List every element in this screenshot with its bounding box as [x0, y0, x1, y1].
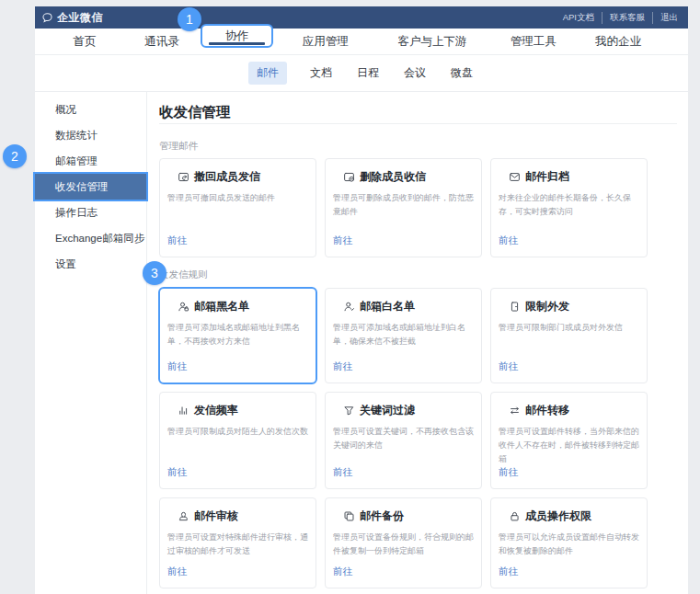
section-label-rules: 收发信规则 — [159, 268, 681, 281]
mail-sidebar: 概况 数据统计 邮箱管理 收发信管理 操作日志 Exchange邮箱同步 设置 — [35, 92, 147, 594]
card-desc: 管理员可添加域名或邮箱地址到黑名单，不再接收对方来信 — [167, 321, 313, 348]
sidebar-item-send-receive-mgmt[interactable]: 收发信管理 — [35, 174, 146, 200]
active-tab-underline — [209, 42, 265, 45]
goto-link[interactable]: 前往 — [167, 466, 313, 479]
card-desc: 管理员可删除成员收到的邮件，防范恶意邮件 — [333, 191, 478, 219]
subtab-calendar[interactable]: 日程 — [355, 62, 381, 85]
mail-transfer-icon — [509, 405, 521, 417]
card-desc: 管理员可以允许成员设置邮件自动转发和恢复被删除的邮件 — [499, 531, 644, 558]
chat-bubble-icon — [41, 12, 53, 24]
wecom-logo: 企业微信 — [41, 10, 103, 26]
card-title: 邮箱白名单 — [360, 299, 415, 314]
annotation-step-3-badge: 3 — [143, 261, 166, 285]
logout-link[interactable]: 退出 — [652, 12, 680, 24]
nav-item-collaboration[interactable]: 协作 — [201, 24, 273, 48]
card-desc: 管理员可撤回成员发送的邮件 — [167, 191, 313, 205]
page-title: 收发信管理 — [159, 103, 681, 121]
card-title: 成员操作权限 — [525, 508, 591, 524]
goto-link[interactable]: 前往 — [167, 360, 313, 373]
contact-support-link[interactable]: 联系客服 — [602, 12, 652, 24]
nav-item-customers[interactable]: 客户与上下游 — [398, 29, 467, 55]
card-title: 邮件归档 — [525, 169, 569, 185]
api-docs-link[interactable]: API文档 — [556, 12, 602, 24]
manage-mail-cards: 撤回成员发信 管理员可撤回成员发送的邮件 前往 删除成员收信 管理员可删除成员收… — [159, 158, 681, 257]
subtab-meeting[interactable]: 会议 — [402, 62, 428, 85]
logo-text: 企业微信 — [57, 10, 103, 26]
card-mail-transfer[interactable]: 邮件转移 管理员可设置邮件转移，当外部来信的收件人不存在时，邮件被转移到特定邮箱… — [490, 392, 648, 489]
nav-item-home[interactable]: 首页 — [74, 29, 97, 55]
card-recall-member-mail[interactable]: 撤回成员发信 管理员可撤回成员发送的邮件 前往 — [159, 158, 316, 257]
goto-link[interactable]: 前往 — [499, 234, 644, 247]
card-title: 限制外发 — [525, 299, 569, 314]
goto-link[interactable]: 前往 — [333, 360, 478, 373]
goto-link[interactable]: 前往 — [167, 234, 313, 247]
goto-link[interactable]: 前往 — [167, 565, 313, 578]
section-label-manage-mail: 管理邮件 — [159, 139, 681, 153]
card-desc: 管理员可设置关键词，不再接收包含该关键词的来信 — [333, 425, 478, 452]
card-mail-review[interactable]: 邮件审核 管理员可设置对特殊邮件进行审核，通过审核的邮件才可发送 前往 — [159, 497, 316, 588]
sidebar-item-overview[interactable]: 概况 — [35, 97, 146, 122]
goto-link[interactable]: 前往 — [333, 234, 478, 247]
goto-link[interactable]: 前往 — [333, 565, 478, 578]
restrict-outgoing-icon — [509, 301, 521, 313]
card-title: 发信频率 — [194, 403, 238, 418]
top-bar: 企业微信 API文档 联系客服 退出 — [35, 6, 688, 29]
card-title: 邮件审核 — [194, 508, 238, 524]
title-divider — [159, 123, 677, 124]
mail-archive-icon — [509, 171, 521, 183]
sidebar-item-statistics[interactable]: 数据统计 — [35, 122, 146, 148]
sidebar-item-operation-log[interactable]: 操作日志 — [35, 200, 146, 225]
card-title: 邮箱黑名单 — [194, 299, 249, 314]
card-mail-blacklist[interactable]: 邮箱黑名单 管理员可添加域名或邮箱地址到黑名单，不再接收对方来信 前往 — [158, 287, 317, 384]
main-content: 收发信管理 管理邮件 撤回成员发信 管理员可撤回成员发送的邮件 前往 删除成员收… — [147, 92, 688, 594]
card-desc: 管理员可设置备份规则，符合规则的邮件被复制一份到特定邮箱 — [333, 531, 478, 558]
card-member-permission[interactable]: 成员操作权限 管理员可以允许成员设置邮件自动转发和恢复被删除的邮件 前往 — [490, 497, 648, 588]
goto-link[interactable]: 前往 — [333, 466, 478, 479]
card-desc: 管理员可设置对特殊邮件进行审核，通过审核的邮件才可发送 — [167, 531, 313, 558]
admin-console-window: 企业微信 API文档 联系客服 退出 首页 通讯录 协作 应用管理 客户与上下游… — [35, 6, 688, 594]
card-desc: 管理员可限制成员对陌生人的发信次数 — [167, 425, 313, 439]
card-title: 邮件转移 — [525, 403, 569, 418]
card-desc: 管理员可设置邮件转移，当外部来信的收件人不存在时，邮件被转移到特定邮箱 — [499, 425, 644, 466]
nav-item-tools[interactable]: 管理工具 — [511, 29, 557, 55]
goto-link[interactable]: 前往 — [499, 466, 644, 479]
blacklist-person-icon — [178, 301, 189, 313]
card-title: 删除成员收信 — [360, 169, 426, 185]
subtab-mail[interactable]: 邮件 — [248, 62, 287, 85]
subtab-docs[interactable]: 文档 — [308, 62, 334, 85]
card-mail-archive[interactable]: 邮件归档 对来往企业的邮件长期备份，长久保存，可实时搜索访问 前往 — [490, 158, 648, 257]
card-delete-member-mail[interactable]: 删除成员收信 管理员可删除成员收到的邮件，防范恶意邮件 前往 — [325, 158, 482, 257]
goto-link[interactable]: 前往 — [499, 360, 644, 373]
send-frequency-icon — [178, 405, 189, 417]
keyword-filter-icon — [343, 405, 355, 417]
nav-item-company[interactable]: 我的企业 — [595, 29, 641, 55]
goto-link[interactable]: 前往 — [499, 565, 644, 578]
annotation-step-1-badge: 1 — [178, 7, 201, 31]
sidebar-item-mailbox-mgmt[interactable]: 邮箱管理 — [35, 148, 146, 174]
send-receive-rule-cards: 邮箱黑名单 管理员可添加域名或邮箱地址到黑名单，不再接收对方来信 前往 邮箱白名… — [159, 288, 681, 588]
sidebar-item-exchange-sync[interactable]: Exchange邮箱同步 — [35, 225, 146, 251]
nav-item-apps[interactable]: 应用管理 — [303, 29, 349, 55]
card-desc: 管理员可添加域名或邮箱地址到白名单，确保来信不被拦截 — [333, 321, 478, 348]
main-nav: 首页 通讯录 协作 应用管理 客户与上下游 管理工具 我的企业 — [35, 29, 688, 55]
card-mail-whitelist[interactable]: 邮箱白名单 管理员可添加域名或邮箱地址到白名单，确保来信不被拦截 前往 — [325, 288, 482, 383]
recall-mail-icon — [178, 171, 189, 183]
card-restrict-outgoing[interactable]: 限制外发 管理员可限制部门或成员对外发信 前往 — [490, 288, 648, 383]
card-desc: 对来往企业的邮件长期备份，长久保存，可实时搜索访问 — [499, 191, 644, 219]
nav-item-contacts[interactable]: 通讯录 — [144, 29, 179, 55]
card-title: 撤回成员发信 — [194, 169, 260, 185]
topbar-links: API文档 联系客服 退出 — [556, 12, 680, 24]
card-desc: 管理员可限制部门或成员对外发信 — [499, 321, 644, 335]
member-permission-icon — [509, 510, 521, 522]
delete-mail-icon — [343, 171, 355, 183]
collab-subtabs: 邮件 文档 日程 会议 微盘 — [35, 55, 688, 92]
card-title: 关键词过滤 — [360, 403, 415, 418]
card-keyword-filter[interactable]: 关键词过滤 管理员可设置关键词，不再接收包含该关键词的来信 前往 — [325, 392, 482, 489]
card-mail-backup[interactable]: 邮件备份 管理员可设置备份规则，符合规则的邮件被复制一份到特定邮箱 前往 — [325, 497, 482, 588]
subtab-drive[interactable]: 微盘 — [449, 62, 475, 85]
nav-item-collaboration-label: 协作 — [225, 29, 248, 44]
card-title: 邮件备份 — [360, 508, 404, 524]
sidebar-item-settings[interactable]: 设置 — [35, 251, 146, 277]
mail-review-icon — [178, 510, 189, 522]
card-send-frequency[interactable]: 发信频率 管理员可限制成员对陌生人的发信次数 前往 — [159, 392, 316, 489]
